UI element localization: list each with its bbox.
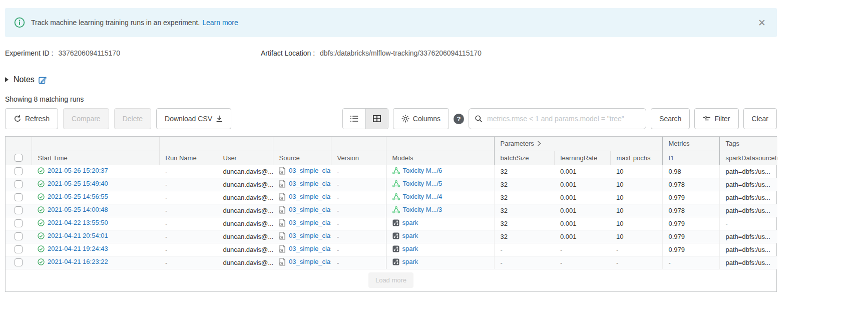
- batchsize-cell: 32: [494, 217, 554, 230]
- source-cell: 03_simple_class: [273, 230, 331, 243]
- row-checkbox[interactable]: [15, 180, 23, 188]
- models-cell: spark: [386, 230, 494, 243]
- compare-button[interactable]: Compare: [63, 108, 109, 129]
- col-header-f1[interactable]: f1: [662, 151, 719, 165]
- col-header-version[interactable]: Version: [331, 151, 386, 165]
- model-link[interactable]: Toxicity M.../4: [403, 193, 443, 200]
- models-cell: Toxicity M.../5: [386, 178, 494, 191]
- source-link[interactable]: 03_simple_class: [289, 167, 331, 174]
- select-all-checkbox[interactable]: [15, 154, 23, 162]
- model-link[interactable]: spark: [402, 219, 418, 226]
- load-more-button[interactable]: Load more: [368, 272, 413, 288]
- row-checkbox[interactable]: [15, 219, 23, 227]
- row-checkbox[interactable]: [15, 206, 23, 214]
- col-header-sparkdatasourceinfo[interactable]: sparkDatasourceIn: [719, 151, 777, 165]
- start-time-cell: 2021-04-21 20:54:01: [32, 230, 159, 243]
- version-cell: -: [331, 230, 386, 243]
- download-csv-button[interactable]: Download CSV: [156, 108, 231, 129]
- list-view-button[interactable]: [343, 109, 365, 129]
- col-header-batchsize[interactable]: batchSize: [494, 151, 554, 165]
- search-button[interactable]: Search: [651, 108, 690, 129]
- run-start-time-link[interactable]: 2021-05-26 15:20:37: [48, 167, 108, 174]
- tags-cell: -: [719, 217, 777, 230]
- f1-cell: 0.978: [662, 204, 719, 217]
- models-cell: Toxicity M.../6: [386, 165, 494, 178]
- source-link[interactable]: 03_simple_class: [289, 245, 331, 252]
- row-select-cell: [6, 243, 32, 256]
- learn-more-link[interactable]: Learn more: [202, 19, 238, 27]
- chevron-right-icon[interactable]: [537, 141, 541, 146]
- delete-label: Delete: [123, 115, 143, 123]
- source-link[interactable]: 03_simple_class: [289, 219, 331, 226]
- row-checkbox[interactable]: [15, 167, 23, 175]
- model-link[interactable]: spark: [402, 232, 418, 239]
- model-link[interactable]: Toxicity M.../3: [403, 206, 443, 213]
- help-icon[interactable]: ?: [454, 114, 464, 124]
- row-checkbox[interactable]: [15, 258, 23, 266]
- model-link[interactable]: spark: [402, 245, 418, 252]
- model-link[interactable]: Toxicity M.../6: [403, 167, 443, 174]
- download-csv-label: Download CSV: [165, 115, 212, 123]
- source-link[interactable]: 03_simple_class: [289, 193, 331, 200]
- run-start-time-link[interactable]: 2021-04-22 13:55:50: [48, 219, 108, 226]
- delete-button[interactable]: Delete: [114, 108, 151, 129]
- f1-cell: 0.979: [662, 191, 719, 204]
- f1-cell: 0.978: [662, 178, 719, 191]
- run-start-time-link[interactable]: 2021-05-25 15:49:40: [48, 180, 108, 187]
- f1-cell: 0.979: [662, 230, 719, 243]
- spark-model-icon: [392, 232, 399, 239]
- row-select-cell: [6, 165, 32, 178]
- learningrate-cell: 0.001: [554, 230, 610, 243]
- source-link[interactable]: 03_simple_class: [289, 180, 331, 187]
- caret-right-icon[interactable]: [5, 77, 9, 82]
- col-header-start-time[interactable]: Start Time: [32, 151, 159, 165]
- maxepochs-cell: 10: [610, 217, 662, 230]
- source-cell: 03_simple_class: [273, 178, 331, 191]
- maxepochs-cell: 10: [610, 230, 662, 243]
- table-row: 2021-05-25 14:00:48 - duncan.davis@... 0…: [6, 204, 777, 217]
- filter-button[interactable]: Filter: [694, 108, 738, 129]
- col-header-learningrate[interactable]: learningRate: [554, 151, 610, 165]
- model-link[interactable]: Toxicity M.../5: [403, 180, 443, 187]
- col-header-run-name[interactable]: Run Name: [159, 151, 217, 165]
- source-link[interactable]: 03_simple_class: [289, 206, 331, 213]
- model-link[interactable]: spark: [402, 258, 418, 265]
- run-start-time-link[interactable]: 2021-04-21 19:24:43: [48, 245, 108, 252]
- run-start-time-link[interactable]: 2021-04-21 16:23:22: [48, 258, 108, 265]
- col-header-maxepochs[interactable]: maxEpochs: [610, 151, 662, 165]
- artifact-location: Artifact Location : dbfs:/databricks/mlf…: [261, 49, 482, 57]
- refresh-icon: [14, 115, 22, 123]
- source-link[interactable]: 03_simple_class: [289, 258, 331, 265]
- edit-icon[interactable]: [39, 76, 47, 84]
- grid-view-button[interactable]: [365, 109, 388, 129]
- col-header-models[interactable]: Models: [386, 151, 494, 165]
- start-time-cell: 2021-05-25 14:56:55: [32, 191, 159, 204]
- search-input[interactable]: [469, 108, 646, 129]
- load-more-row: Load more: [6, 269, 776, 291]
- row-checkbox[interactable]: [15, 245, 23, 253]
- notebook-icon: [279, 180, 286, 188]
- row-checkbox[interactable]: [15, 232, 23, 240]
- row-checkbox[interactable]: [15, 193, 23, 201]
- maxepochs-cell: 10: [610, 165, 662, 178]
- clear-button[interactable]: Clear: [743, 108, 777, 129]
- list-view-icon: [350, 115, 358, 122]
- grid-view-icon: [373, 115, 381, 122]
- col-header-source[interactable]: Source: [273, 151, 331, 165]
- registered-model-icon: [392, 167, 400, 174]
- user-cell: duncan.davis@...: [217, 243, 273, 256]
- refresh-button[interactable]: Refresh: [5, 108, 58, 129]
- batchsize-cell: 32: [494, 230, 554, 243]
- run-name-cell: -: [159, 165, 217, 178]
- run-start-time-link[interactable]: 2021-05-25 14:56:55: [48, 193, 108, 200]
- tags-group-header: Tags: [719, 137, 777, 151]
- run-start-time-link[interactable]: 2021-04-21 20:54:01: [48, 232, 108, 239]
- run-start-time-link[interactable]: 2021-05-25 14:00:48: [48, 206, 108, 213]
- start-time-cell: 2021-04-21 16:23:22: [32, 256, 159, 269]
- col-header-user[interactable]: User: [217, 151, 273, 165]
- notebook-icon: [279, 193, 286, 201]
- version-cell: -: [331, 178, 386, 191]
- close-icon[interactable]: ✕: [756, 17, 768, 29]
- source-link[interactable]: 03_simple_class: [289, 232, 331, 239]
- columns-button[interactable]: Columns: [393, 108, 449, 129]
